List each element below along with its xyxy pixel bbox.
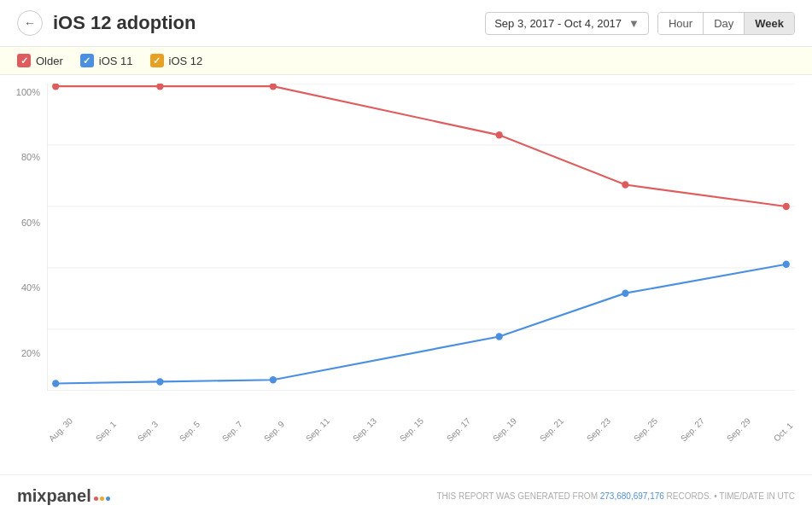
time-button-group: Hour Day Week (657, 12, 795, 35)
y-label-100: 100% (0, 87, 47, 97)
x-label: Sep. 27 (679, 416, 706, 444)
day-button[interactable]: Day (704, 13, 745, 34)
week-button[interactable]: Week (745, 13, 794, 34)
records-count[interactable]: 273,680,697,176 (600, 491, 664, 501)
ios12-checkbox[interactable]: ✓ (150, 54, 164, 67)
chart-container: 100% 80% 60% 40% 20% (0, 75, 812, 468)
ios11-line (55, 264, 786, 384)
x-label: Sep. 23 (585, 416, 612, 444)
legend-item-older[interactable]: ✓ Older (17, 54, 63, 67)
date-range-label: Sep 3, 2017 - Oct 4, 2017 (494, 17, 622, 30)
x-label: Sep. 25 (632, 416, 659, 444)
header: ← iOS 12 adoption Sep 3, 2017 - Oct 4, 2… (0, 0, 812, 47)
ios11-point (52, 380, 59, 386)
ios11-point (622, 289, 628, 296)
hour-button[interactable]: Hour (658, 13, 704, 34)
older-point (270, 84, 277, 90)
dot-orange (100, 497, 104, 501)
page-title: iOS 12 adoption (53, 12, 485, 34)
y-label-80: 80% (0, 152, 47, 162)
timezone-text: • TIME/DATE IN UTC (714, 491, 795, 501)
y-axis: 100% 80% 60% 40% 20% (0, 84, 47, 416)
older-label: Older (36, 55, 63, 67)
x-label: Sep. 21 (538, 416, 565, 444)
x-label: Sep. 5 (178, 420, 202, 444)
legend-item-ios11[interactable]: ✓ iOS 11 (80, 54, 133, 67)
x-label: Sep. 1 (94, 420, 118, 444)
older-line (55, 86, 786, 206)
x-label: Oct. 1 (772, 421, 795, 444)
older-point (52, 84, 59, 90)
older-checkbox[interactable]: ✓ (17, 54, 31, 67)
x-label: Sep. 13 (351, 416, 378, 444)
x-label: Sep. 29 (725, 416, 752, 444)
logo-dots (94, 497, 110, 501)
dropdown-arrow-icon: ▼ (628, 17, 640, 30)
back-button[interactable]: ← (17, 10, 43, 36)
ios11-point (496, 333, 503, 340)
records-suffix: RECORDS. (667, 491, 712, 501)
x-label: Sep. 7 (220, 420, 244, 444)
dot-red (94, 497, 98, 501)
ios11-label: iOS 11 (99, 55, 133, 67)
y-label-60: 60% (0, 218, 47, 228)
x-label: Sep. 19 (491, 416, 518, 444)
older-point (496, 131, 503, 138)
x-label: Sep. 11 (304, 416, 331, 444)
older-point (156, 84, 163, 90)
date-range-picker[interactable]: Sep 3, 2017 - Oct 4, 2017 ▼ (485, 12, 649, 35)
chart-svg (47, 84, 795, 391)
x-label: Sep. 3 (136, 420, 160, 444)
ios11-checkbox[interactable]: ✓ (80, 54, 94, 67)
logo-text: mixpanel (17, 486, 91, 506)
dot-blue (106, 497, 110, 501)
footer: mixpanel THIS REPORT WAS GENERATED FROM … (0, 474, 812, 517)
x-label: Sep. 9 (262, 420, 286, 444)
legend-item-ios12[interactable]: ✓ iOS 12 (150, 54, 203, 67)
x-label: Sep. 17 (445, 416, 472, 444)
older-point (622, 181, 628, 188)
ios12-label: iOS 12 (169, 55, 203, 67)
y-label-20: 20% (0, 348, 47, 358)
ios11-point (156, 378, 163, 385)
older-point (783, 203, 790, 210)
x-label: Aug. 30 (47, 416, 74, 444)
ios11-point (270, 376, 277, 383)
x-axis: Aug. 30 Sep. 1 Sep. 3 Sep. 5 Sep. 7 Sep.… (47, 428, 795, 438)
x-label: Sep. 15 (398, 416, 425, 444)
legend-bar: ✓ Older ✓ iOS 11 ✓ iOS 12 (0, 47, 812, 75)
report-text: THIS REPORT WAS GENERATED FROM (436, 491, 598, 501)
mixpanel-logo: mixpanel (17, 486, 110, 506)
footer-info: THIS REPORT WAS GENERATED FROM 273,680,6… (436, 491, 795, 501)
ios11-point (783, 261, 790, 268)
y-label-40: 40% (0, 282, 47, 293)
